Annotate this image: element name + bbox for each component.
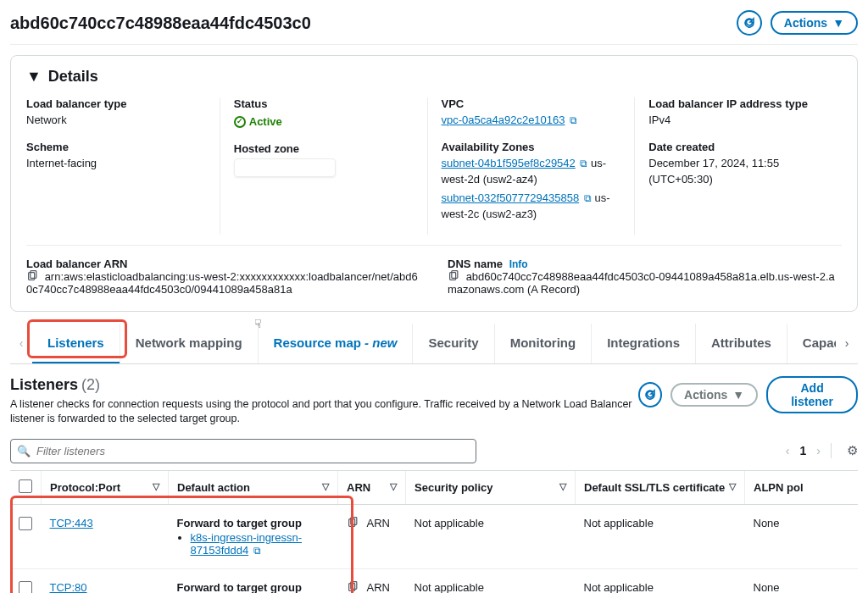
col-alpn[interactable]: ALPN pol — [754, 481, 804, 494]
tabs-bar: ‹ Listeners Network mapping Resource map… — [10, 324, 858, 364]
arn-label: Load balancer ARN — [26, 258, 420, 270]
details-col-4: Load balancer IP address type IPv4 Date … — [634, 97, 842, 235]
forward-label: Forward to target group — [177, 517, 330, 529]
date-label: Date created — [648, 141, 828, 153]
details-col-1: Load balancer type Network Scheme Intern… — [26, 97, 220, 235]
cursor-icon: ☟ — [254, 317, 262, 330]
tab-listeners[interactable]: Listeners — [32, 324, 120, 363]
tabs-scroll-left[interactable]: ‹ — [10, 336, 32, 350]
col-default-action[interactable]: Default action — [177, 481, 250, 494]
col-arn[interactable]: ARN — [347, 481, 370, 494]
tab-monitoring[interactable]: Monitoring — [494, 324, 591, 363]
alpn-value: None — [745, 568, 859, 593]
subnet-link[interactable]: subnet-04b1f595ef8c29542 — [442, 157, 576, 169]
target-group-link[interactable]: k8s-ingressn-ingressn-87153fddd4 — [191, 531, 303, 557]
tabs-scroll-right[interactable]: › — [836, 336, 858, 350]
listeners-count: (2) — [81, 376, 100, 393]
copy-icon[interactable] — [448, 270, 459, 282]
scheme-value: Internet-facing — [26, 155, 206, 172]
type-value: Network — [26, 112, 206, 129]
dns-label-row: DNS name Info — [448, 258, 842, 270]
listeners-header: Listeners (2) A listener checks for conn… — [10, 376, 858, 427]
tab-integrations[interactable]: Integrations — [591, 324, 695, 363]
actions-dropdown[interactable]: Actions ▼ — [771, 11, 858, 35]
details-grid: Load balancer type Network Scheme Intern… — [26, 97, 842, 235]
status-value: Active — [234, 114, 282, 130]
type-label: Load balancer type — [26, 97, 206, 110]
copy-icon[interactable] — [26, 270, 38, 282]
add-listener-button[interactable]: Add listener — [766, 376, 858, 413]
sort-icon[interactable]: ▽ — [390, 481, 397, 492]
caret-down-icon: ▼ — [832, 16, 844, 30]
page-prev[interactable]: ‹ — [786, 444, 790, 457]
copy-icon[interactable] — [347, 517, 359, 529]
protocol-link[interactable]: TCP:80 — [50, 581, 87, 594]
caret-collapse-icon: ▼ — [26, 68, 42, 86]
filter-listeners-input[interactable] — [10, 439, 476, 463]
az-label: Availability Zones — [442, 141, 621, 153]
external-link-icon: ⧉ — [580, 158, 587, 169]
tab-network-mapping[interactable]: Network mapping — [120, 324, 258, 363]
listeners-actions-dropdown[interactable]: Actions ▼ — [670, 383, 758, 407]
page-next[interactable]: › — [816, 444, 821, 457]
arn-cell-value: ARN — [367, 517, 390, 529]
external-link-icon: ⧉ — [253, 545, 261, 557]
row-checkbox[interactable] — [19, 581, 32, 594]
sort-icon[interactable]: ▽ — [559, 481, 566, 492]
vpc-link[interactable]: vpc-0a5ca4a92c2e10163 — [442, 114, 565, 126]
external-link-icon: ⧉ — [584, 192, 592, 204]
tab-capacity[interactable]: Capacity - new — [787, 324, 836, 363]
filter-row: 🔍 ‹ 1 › ⚙ — [10, 439, 858, 463]
iptype-value: IPv4 — [648, 112, 828, 129]
tabs-scroll: Listeners Network mapping Resource map -… — [32, 324, 836, 363]
refresh-icon — [743, 16, 756, 30]
col-protocol[interactable]: Protocol:Port — [50, 481, 120, 494]
settings-gear-icon[interactable]: ⚙ — [847, 443, 858, 458]
subnet-link[interactable]: subnet-032f5077729435858 — [442, 191, 580, 204]
cert-value: Not applicable — [576, 568, 745, 593]
status-label: Status — [234, 97, 414, 110]
details-card: ▼ Details Load balancer type Network Sch… — [10, 55, 858, 312]
external-link-icon: ⧉ — [570, 114, 577, 126]
iptype-label: Load balancer IP address type — [648, 97, 828, 110]
details-col-2: Status Active Hosted zone — [220, 97, 427, 235]
subnet-row-0: subnet-04b1f595ef8c29542 ⧉ us-west-2d (u… — [442, 155, 621, 188]
col-cert[interactable]: Default SSL/TLS certificate — [584, 481, 725, 494]
details-title-row[interactable]: ▼ Details — [26, 68, 842, 86]
tab-security[interactable]: Security — [412, 324, 493, 363]
cert-value: Not applicable — [576, 504, 745, 568]
date-value: December 17, 2024, 11:55 (UTC+05:30) — [648, 155, 828, 188]
copy-icon[interactable] — [347, 581, 359, 593]
page-title: abd60c740cc7c48988eaa44fdc4503c0 — [10, 14, 311, 33]
alpn-value: None — [745, 504, 859, 568]
protocol-link[interactable]: TCP:443 — [50, 517, 93, 529]
tab-attributes[interactable]: Attributes — [695, 324, 787, 363]
hosted-value — [234, 158, 336, 177]
sec-policy-value: Not applicable — [406, 568, 576, 593]
listeners-refresh-button[interactable] — [638, 382, 662, 407]
details-col-3: VPC vpc-0a5ca4a92c2e10163 ⧉ Availability… — [427, 97, 635, 235]
hosted-label: Hosted zone — [234, 142, 414, 155]
dns-value: abd60c740cc7c48988eaa44fdc4503c0-0944108… — [448, 270, 835, 296]
table-row: TCP:80 Forward to target group k8s-ingre… — [10, 568, 858, 593]
tab-resource-map[interactable]: Resource map - new — [258, 324, 413, 363]
sort-icon[interactable]: ▽ — [153, 481, 159, 492]
sort-icon[interactable]: ▽ — [729, 481, 736, 492]
col-security-policy[interactable]: Security policy — [415, 481, 492, 494]
pager: ‹ 1 › ⚙ — [786, 443, 858, 458]
sec-policy-value: Not applicable — [406, 504, 576, 568]
divider — [831, 443, 832, 458]
arn-value: arn:aws:elasticloadbalancing:us-west-2:x… — [26, 270, 418, 296]
table-row: TCP:443 Forward to target group k8s-ingr… — [10, 504, 858, 568]
listeners-actions: Actions ▼ Add listener — [638, 376, 858, 413]
search-icon: 🔍 — [17, 445, 31, 457]
row-checkbox[interactable] — [19, 517, 32, 530]
arn-cell-value: ARN — [367, 581, 390, 594]
subnet-row-1: subnet-032f5077729435858 ⧉ us-west-2c (u… — [442, 190, 621, 223]
sort-icon[interactable]: ▽ — [322, 481, 329, 492]
refresh-button[interactable] — [737, 10, 762, 36]
dns-info-link[interactable]: Info — [509, 258, 528, 270]
select-all-checkbox[interactable] — [19, 479, 32, 493]
refresh-icon — [643, 388, 657, 402]
page-number: 1 — [800, 444, 807, 457]
